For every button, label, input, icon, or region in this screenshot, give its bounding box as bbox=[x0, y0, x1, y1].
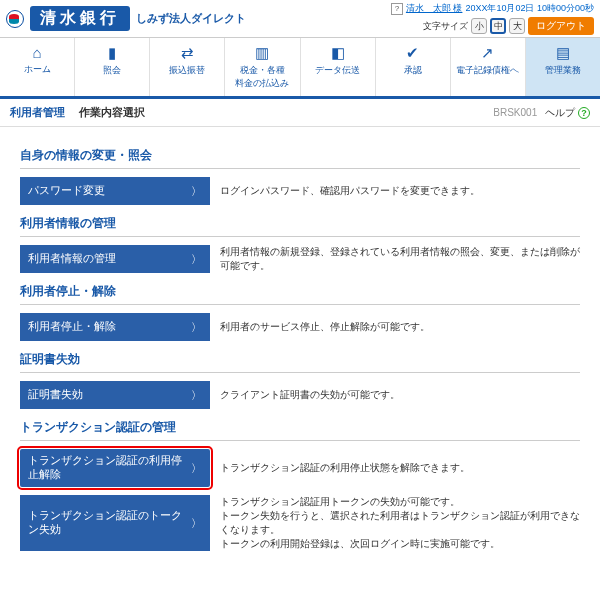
action-button[interactable]: トランザクション認証のトークン失効〉 bbox=[20, 495, 210, 551]
action-button[interactable]: 証明書失効〉 bbox=[20, 381, 210, 409]
help-icon: ? bbox=[578, 107, 590, 119]
chevron-right-icon: 〉 bbox=[191, 184, 202, 199]
action-button-label: 利用者停止・解除 bbox=[28, 320, 116, 334]
content: 自身の情報の変更・照会パスワード変更〉ログインパスワード、確認用パスワードを変更… bbox=[0, 127, 600, 561]
nav-label-4: データ伝送 bbox=[315, 65, 360, 75]
nav-icon-1: ▮ bbox=[77, 44, 147, 62]
action-description: 利用者情報の新規登録、登録されている利用者情報の照会、変更、または削除が可能です… bbox=[220, 245, 580, 273]
action-button-label: トランザクション認証のトークン失効 bbox=[28, 509, 191, 537]
chevron-right-icon: 〉 bbox=[191, 388, 202, 403]
nav-label-6: 電子記録債権へ bbox=[456, 65, 519, 75]
section-title: トランザクション認証の管理 bbox=[20, 409, 580, 441]
nav-label-1: 照会 bbox=[103, 65, 121, 75]
logout-button[interactable]: ログアウト bbox=[528, 17, 594, 35]
breadcrumb-current: 作業内容選択 bbox=[79, 105, 145, 120]
action-button[interactable]: 利用者停止・解除〉 bbox=[20, 313, 210, 341]
nav-icon-5: ✔ bbox=[378, 44, 448, 62]
action-description: クライアント証明書の失効が可能です。 bbox=[220, 381, 400, 409]
nav-label-5: 承認 bbox=[404, 65, 422, 75]
nav-item-0[interactable]: ⌂ホーム bbox=[0, 38, 75, 96]
header-left: 清水銀行 しみず法人ダイレクト bbox=[6, 6, 246, 31]
section-title: 証明書失効 bbox=[20, 341, 580, 373]
chevron-right-icon: 〉 bbox=[191, 461, 202, 476]
service-name: しみず法人ダイレクト bbox=[136, 11, 246, 26]
fontsize-small-button[interactable]: 小 bbox=[471, 18, 487, 34]
nav-item-3[interactable]: ▥税金・各種 料金の払込み bbox=[225, 38, 300, 96]
action-button-label: パスワード変更 bbox=[28, 184, 105, 198]
action-row: トランザクション認証の利用停止解除〉トランザクション認証の利用停止状態を解除でき… bbox=[20, 449, 580, 487]
header-right: ? 清水 太郎 様 20XX年10月02日 10時00分00秒 文字サイズ 小 … bbox=[391, 2, 594, 35]
user-icon: ? bbox=[391, 3, 403, 15]
bank-logo-icon bbox=[6, 10, 24, 28]
user-name-link[interactable]: 清水 太郎 様 bbox=[406, 2, 463, 15]
timestamp: 20XX年10月02日 10時00分00秒 bbox=[465, 2, 594, 15]
action-row: 利用者停止・解除〉利用者のサービス停止、停止解除が可能です。 bbox=[20, 313, 580, 341]
nav-icon-6: ↗ bbox=[453, 44, 523, 62]
nav-item-4[interactable]: ◧データ伝送 bbox=[301, 38, 376, 96]
section-title: 自身の情報の変更・照会 bbox=[20, 137, 580, 169]
fontsize-row: 文字サイズ 小 中 大 ログアウト bbox=[391, 17, 594, 35]
action-row: 利用者情報の管理〉利用者情報の新規登録、登録されている利用者情報の照会、変更、ま… bbox=[20, 245, 580, 273]
nav-item-7[interactable]: ▤管理業務 bbox=[526, 38, 600, 96]
action-row: トランザクション認証のトークン失効〉トランザクション認証用トークンの失効が可能で… bbox=[20, 495, 580, 551]
chevron-right-icon: 〉 bbox=[191, 320, 202, 335]
nav-label-3: 税金・各種 料金の払込み bbox=[235, 65, 289, 88]
action-description: ログインパスワード、確認用パスワードを変更できます。 bbox=[220, 177, 480, 205]
header: 清水銀行 しみず法人ダイレクト ? 清水 太郎 様 20XX年10月02日 10… bbox=[0, 0, 600, 38]
nav-icon-2: ⇄ bbox=[152, 44, 222, 62]
nav-item-1[interactable]: ▮照会 bbox=[75, 38, 150, 96]
main-nav: ⌂ホーム▮照会⇄振込振替▥税金・各種 料金の払込み◧データ伝送✔承認↗電子記録債… bbox=[0, 38, 600, 99]
fontsize-large-button[interactable]: 大 bbox=[509, 18, 525, 34]
action-button-label: 利用者情報の管理 bbox=[28, 252, 116, 266]
fontsize-label: 文字サイズ bbox=[423, 20, 468, 33]
nav-icon-4: ◧ bbox=[303, 44, 373, 62]
action-button[interactable]: 利用者情報の管理〉 bbox=[20, 245, 210, 273]
action-row: パスワード変更〉ログインパスワード、確認用パスワードを変更できます。 bbox=[20, 177, 580, 205]
nav-icon-3: ▥ bbox=[227, 44, 297, 62]
chevron-right-icon: 〉 bbox=[191, 252, 202, 267]
action-button[interactable]: トランザクション認証の利用停止解除〉 bbox=[20, 449, 210, 487]
nav-item-6[interactable]: ↗電子記録債権へ bbox=[451, 38, 526, 96]
section-title: 利用者停止・解除 bbox=[20, 273, 580, 305]
nav-icon-7: ▤ bbox=[528, 44, 598, 62]
action-button[interactable]: パスワード変更〉 bbox=[20, 177, 210, 205]
bank-name: 清水銀行 bbox=[30, 6, 130, 31]
action-button-label: トランザクション認証の利用停止解除 bbox=[28, 454, 191, 482]
nav-label-0: ホーム bbox=[24, 64, 51, 74]
nav-label-2: 振込振替 bbox=[169, 65, 205, 75]
breadcrumb: 利用者管理 作業内容選択 bbox=[10, 105, 145, 120]
action-row: 証明書失効〉クライアント証明書の失効が可能です。 bbox=[20, 381, 580, 409]
chevron-right-icon: 〉 bbox=[191, 516, 202, 531]
nav-icon-0: ⌂ bbox=[2, 44, 72, 61]
nav-item-2[interactable]: ⇄振込振替 bbox=[150, 38, 225, 96]
breadcrumb-active: 利用者管理 bbox=[10, 105, 65, 120]
action-button-label: 証明書失効 bbox=[28, 388, 83, 402]
nav-item-5[interactable]: ✔承認 bbox=[376, 38, 451, 96]
screen-code: BRSK001 bbox=[493, 107, 537, 118]
subheader: 利用者管理 作業内容選択 BRSK001 ヘルプ ? bbox=[0, 99, 600, 127]
action-description: トランザクション認証用トークンの失効が可能です。 トークン失効を行うと、選択され… bbox=[220, 495, 580, 551]
action-description: トランザクション認証の利用停止状態を解除できます。 bbox=[220, 449, 470, 487]
help-label: ヘルプ bbox=[545, 107, 575, 118]
fontsize-medium-button[interactable]: 中 bbox=[490, 18, 506, 34]
user-line: ? 清水 太郎 様 20XX年10月02日 10時00分00秒 bbox=[391, 2, 594, 15]
help-link[interactable]: ヘルプ ? bbox=[545, 106, 590, 120]
subheader-right: BRSK001 ヘルプ ? bbox=[493, 106, 590, 120]
nav-label-7: 管理業務 bbox=[545, 65, 581, 75]
section-title: 利用者情報の管理 bbox=[20, 205, 580, 237]
action-description: 利用者のサービス停止、停止解除が可能です。 bbox=[220, 313, 430, 341]
